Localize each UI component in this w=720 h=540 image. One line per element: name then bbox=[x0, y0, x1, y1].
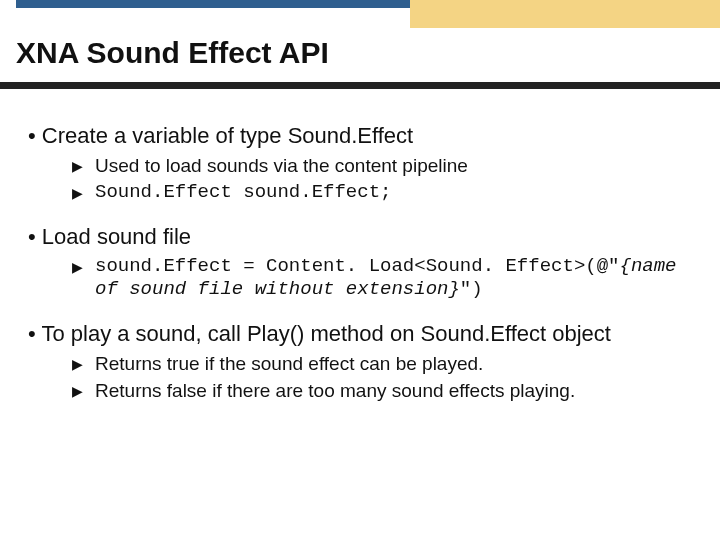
code-declaration: Sound.Effect sound.Effect; bbox=[95, 181, 692, 205]
band-yellow bbox=[410, 0, 720, 28]
sub-bullet-load-code: ▶ sound.Effect = Content. Load<Sound. Ef… bbox=[72, 255, 692, 303]
sub-bullet-returns-false: ▶ Returns false if there are too many so… bbox=[72, 379, 692, 403]
content: Create a variable of type Sound.Effect ▶… bbox=[28, 112, 692, 407]
bullet-create-variable: Create a variable of type Sound.Effect bbox=[28, 122, 692, 150]
sub-bullet-content-pipeline: ▶ Used to load sounds via the content pi… bbox=[72, 154, 692, 178]
sub-text: Returns true if the sound effect can be … bbox=[95, 352, 692, 376]
code-tail: ") bbox=[460, 278, 483, 300]
slide: XNA Sound Effect API Create a variable o… bbox=[0, 0, 720, 540]
sub-bullet-declaration: ▶ Sound.Effect sound.Effect; bbox=[72, 181, 692, 205]
title-underline bbox=[0, 82, 720, 89]
header-bands bbox=[0, 0, 720, 36]
sub-text: Used to load sounds via the content pipe… bbox=[95, 154, 692, 178]
triangle-icon: ▶ bbox=[72, 379, 95, 403]
slide-title: XNA Sound Effect API bbox=[16, 36, 704, 70]
triangle-icon: ▶ bbox=[72, 352, 95, 376]
bullet-load-sound: Load sound file bbox=[28, 223, 692, 251]
bullet-play-method: To play a sound, call Play() method on S… bbox=[28, 320, 692, 348]
triangle-icon: ▶ bbox=[72, 255, 95, 303]
triangle-icon: ▶ bbox=[72, 154, 95, 178]
title-wrap: XNA Sound Effect API bbox=[16, 36, 704, 70]
code-load: sound.Effect = Content. Load<Sound. Effe… bbox=[95, 255, 692, 303]
code-head: sound.Effect = Content. Load<Sound. Effe… bbox=[95, 255, 620, 277]
sub-text: Returns false if there are too many soun… bbox=[95, 379, 692, 403]
sub-bullet-returns-true: ▶ Returns true if the sound effect can b… bbox=[72, 352, 692, 376]
triangle-icon: ▶ bbox=[72, 181, 95, 205]
